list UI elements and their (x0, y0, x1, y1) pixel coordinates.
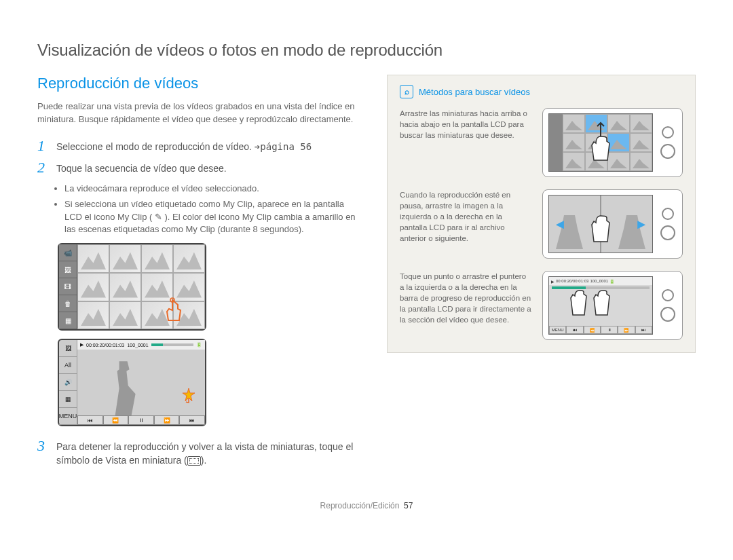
seek-gesture-icon (567, 285, 614, 329)
intro-paragraph: Puede realizar una vista previa de los v… (37, 100, 363, 126)
device-illustration (542, 108, 683, 177)
device-illustration: ◄ ► (542, 189, 683, 259)
step-text: Para detener la reproducción y volver a … (56, 438, 363, 467)
player-time: 00:00:20/00:01:03 (556, 279, 588, 283)
tap-hand-icon (159, 297, 186, 324)
pause-button: ⏸ (128, 415, 154, 425)
step-2-bullets: La videocámara reproduce el vídeo selecc… (37, 183, 363, 236)
thumbnail-cell (109, 244, 141, 273)
thumbnail-cell (173, 244, 205, 273)
lens-icon (662, 289, 674, 301)
method-2: Cuando la reproducción esté en pausa, ar… (400, 189, 683, 259)
photo-mode-icon: 🖼 (59, 261, 77, 278)
thumbnail-cell (77, 244, 109, 273)
camcorder-icon: 📹 (59, 244, 77, 261)
volume-icon: 🔊 (59, 374, 77, 391)
method-text: Cuando la reproducción esté en pausa, ar… (400, 189, 531, 244)
step-number: 2 (37, 160, 50, 175)
left-column: Reproducción de vídeos Puede realizar un… (37, 75, 363, 474)
film-icon: 🎞 (59, 278, 77, 295)
page-title: Visualización de vídeos o fotos en modo … (37, 41, 696, 60)
step-text: Seleccione el modo de reproducción de ví… (56, 138, 312, 154)
section-heading: Reproducción de vídeos (37, 75, 363, 92)
thumbnail-cell (77, 273, 109, 301)
thumbnail-view-icon: ▦ (59, 391, 77, 408)
rewind-button: ⏪ (103, 415, 129, 425)
thumbnail-cell (141, 244, 173, 273)
bullet-item: Si selecciona un vídeo etiquetado como M… (64, 198, 363, 237)
player-clip-name: 100_0001 (127, 343, 148, 348)
lens-icon (662, 126, 674, 138)
footer-page-number: 57 (404, 501, 413, 510)
step-number: 3 (37, 438, 50, 453)
method-text: Arrastre las miniaturas hacia arriba o h… (400, 108, 531, 141)
search-tip-icon: ⌕ (400, 85, 413, 98)
device-illustration: ▶ 00:00:20/00:01:03 100_0001 🔋 MENU ⏮ ⏪ (542, 271, 683, 340)
footer-section: Reproducción/Edición (320, 501, 400, 510)
player-time: 00:00:20/00:01:03 (86, 343, 124, 348)
scroll-gesture-icon (584, 119, 618, 170)
trash-icon: 🗑 (59, 295, 77, 312)
next-button: ⏭ (179, 415, 205, 425)
thumbnail-cell (109, 273, 141, 301)
page-reference: ➔página 56 (255, 141, 312, 152)
method-1: Arrastre las miniaturas hacia arriba o h… (400, 108, 683, 177)
photo-icon: 🖼 (59, 340, 77, 357)
thumbnail-view-icon (187, 456, 201, 466)
record-button-icon (660, 307, 675, 322)
progress-bar (151, 343, 193, 346)
arrow-right-icon: ► (635, 217, 648, 232)
forward-button: ⏩ (154, 415, 180, 425)
step-3: 3 Para detener la reproducción y volver … (37, 438, 363, 467)
right-column: ⌕ Métodos para buscar vídeos Arrastre la… (387, 75, 696, 474)
record-button-icon (660, 144, 675, 159)
methods-title: Métodos para buscar vídeos (419, 87, 530, 97)
thumbnail-cell (109, 301, 141, 330)
play-indicator-icon: ▶ (80, 342, 83, 348)
page-footer: Reproducción/Edición 57 (37, 501, 696, 510)
play-indicator-icon: ▶ (551, 279, 555, 284)
thumbnail-view-icon: ▦ (59, 312, 77, 329)
step-1: 1 Seleccione el modo de reproducción de … (37, 138, 363, 154)
arrow-left-icon: ◄ (553, 217, 567, 232)
step-number: 1 (37, 138, 50, 153)
bullet-item: La videocámara reproduce el vídeo selecc… (64, 183, 363, 195)
method-text: Toque un punto o arrastre el puntero a l… (400, 271, 531, 325)
player-clip-name: 100_0001 (590, 279, 608, 283)
swipe-gesture-icon (584, 209, 618, 253)
next-button: ⏭ (635, 326, 652, 334)
step-text: Toque la secuencia de vídeo que desee. (56, 160, 227, 176)
methods-box: ⌕ Métodos para buscar vídeos Arrastre la… (387, 75, 696, 353)
menu-label: MENU (59, 408, 77, 425)
video-frame-silhouette (103, 361, 144, 415)
thumbnail-cell (77, 301, 109, 330)
forward-button: ⏩ (618, 326, 635, 334)
thumbnail-grid-illustration: 📹 🖼 🎞 🗑 ▦ (58, 243, 206, 331)
player-illustration: 🖼 All 🔊 ▦ MENU ▶ 00:00:20/00:01:03 100_0… (58, 339, 206, 426)
menu-label: MENU (549, 326, 566, 334)
illustrations: 📹 🖼 🎞 🗑 ▦ (58, 243, 363, 426)
battery-icon: 🔋 (609, 279, 614, 284)
record-button-icon (660, 225, 675, 240)
step-2: 2 Toque la secuencia de vídeo que desee. (37, 160, 363, 176)
all-label: All (59, 357, 77, 374)
battery-icon: 🔋 (196, 342, 202, 348)
prev-button: ⏮ (77, 415, 103, 425)
myclip-star-icon (181, 387, 197, 403)
method-3: Toque un punto o arrastre el puntero a l… (400, 271, 683, 340)
lens-icon (662, 208, 674, 220)
